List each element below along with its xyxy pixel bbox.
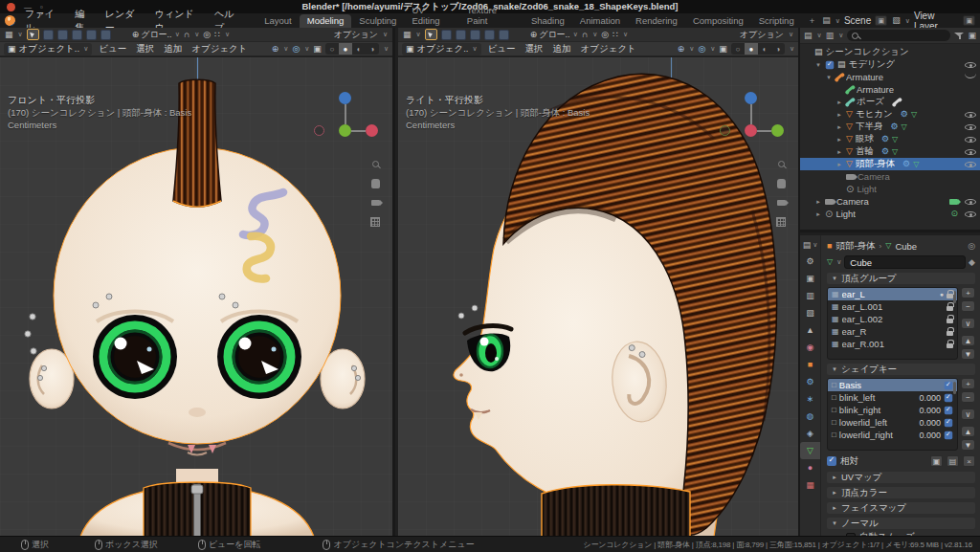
shape-key-pin-button[interactable]: ▤ [947, 455, 959, 467]
property-tab-output[interactable]: ▥ [800, 287, 820, 304]
select-mode-extend-button[interactable] [456, 30, 466, 40]
lock-icon[interactable] [947, 343, 953, 348]
workspace-tab[interactable]: Sculpting [351, 14, 404, 28]
navigation-gizmo[interactable] [312, 92, 383, 149]
orthographic-toggle-icon[interactable] [776, 217, 786, 227]
outliner-row[interactable]: ▸▽モヒカン⚙▽ [800, 108, 980, 121]
outliner-row[interactable]: Camera [800, 170, 980, 183]
proportional-edit-icon[interactable]: ◎ [601, 31, 609, 39]
outliner-search-input[interactable] [847, 30, 950, 41]
workspace-tab[interactable]: Compositing [685, 14, 751, 28]
uv-maps-panel-header[interactable]: ▸UVマップ [827, 472, 975, 483]
shape-key-mute-checkbox[interactable] [945, 431, 953, 439]
camera-view-icon[interactable] [371, 200, 380, 206]
vertex-groups-panel-header[interactable]: ▾頂点グループ [827, 273, 975, 284]
axis-y-neg-dot[interactable] [720, 125, 730, 136]
collection-checkbox[interactable] [826, 60, 835, 69]
scene-selector[interactable]: ▤∨ Scene ▣ [822, 15, 887, 26]
transform-orientation-dropdown[interactable]: ⊕ グロー..∨ [132, 29, 180, 41]
select-mode-subtract-button[interactable] [72, 30, 82, 40]
hide-eye-icon[interactable] [965, 60, 976, 69]
shape-key-row[interactable]: □blink_left0.000 [828, 391, 957, 404]
side-view-canvas[interactable]: ライト・平行投影 (170) シーンコレクション | 頭部-身体 : Basis… [398, 57, 798, 536]
workspace-tab[interactable]: Scripting [751, 14, 802, 28]
hide-eye-icon[interactable] [965, 73, 976, 81]
property-tab-world[interactable]: ◉ [800, 339, 820, 356]
gizmo-dropdown-icon[interactable]: ⊕ [678, 45, 685, 54]
vertex-group-row[interactable]: ▦ear_R [828, 325, 957, 338]
outliner-row[interactable]: ▤シーンコレクション [800, 46, 980, 58]
vertex-colors-panel-header[interactable]: ▸頂点カラー [827, 487, 975, 498]
workspace-tab[interactable]: Rendering [628, 14, 685, 28]
face-maps-panel-header[interactable]: ▸フェイスマップ [827, 502, 975, 514]
options-dropdown[interactable]: オプション [334, 29, 378, 41]
add-vertex-group-button[interactable]: + [961, 287, 975, 298]
property-tab-particles[interactable]: ∗ [800, 390, 820, 408]
expand-icon[interactable]: ▸ [835, 123, 843, 131]
vertex-group-row[interactable]: ▦ear_L● [828, 288, 957, 300]
blender-logo-icon[interactable] [5, 15, 15, 26]
clear-shape-keys-button[interactable]: × [963, 455, 975, 467]
expand-icon[interactable]: ▸ [835, 99, 843, 106]
axis-x-dot[interactable] [366, 124, 378, 137]
select-mode-subtract-button[interactable] [470, 30, 480, 40]
display-mode-icon[interactable]: ▥ [826, 32, 835, 40]
navigation-gizmo[interactable] [718, 92, 789, 149]
transform-orientation-dropdown[interactable]: ⊕ グロー..∨ [530, 29, 578, 41]
property-tab-physics[interactable]: ◍ [800, 408, 820, 425]
expand-icon[interactable]: ▸ [835, 148, 843, 156]
gizmo-dropdown-icon[interactable]: ⊕ [272, 45, 279, 54]
breadcrumb-data[interactable]: Cube [895, 241, 917, 252]
outliner-row[interactable]: ▾▤モデリング [800, 58, 980, 71]
proportional-edit-icon[interactable]: ◎ [203, 31, 211, 39]
shape-key-value[interactable]: 0.000 [912, 418, 941, 428]
viewport-menu-item[interactable]: ビュー [483, 43, 521, 55]
shading-solid-button[interactable]: ● [339, 43, 352, 55]
add-workspace-button[interactable]: + [802, 14, 823, 28]
snap-magnet-icon[interactable]: ∩ [184, 31, 189, 39]
viewport-menu-item[interactable]: 選択 [521, 43, 548, 55]
axis-x-neg-dot[interactable] [314, 125, 324, 136]
viewport-menu-item[interactable]: ビュー [94, 43, 131, 55]
viewport-menu-item[interactable]: 追加 [159, 43, 187, 55]
axis-z-dot[interactable] [745, 92, 757, 104]
property-tab-render[interactable]: ▣ [800, 270, 820, 287]
outliner-row[interactable]: ▸▽眼球⚙▽ [800, 133, 980, 145]
viewport-menu-item[interactable]: 追加 [548, 43, 576, 55]
property-tab-tool[interactable]: ⚙ [800, 253, 820, 270]
outliner-row[interactable]: ⊙Light [800, 183, 980, 195]
property-tab-modifiers[interactable]: ⚙ [800, 373, 820, 390]
property-tab-texture[interactable]: ▦ [800, 476, 820, 494]
select-mode-intersect-button[interactable] [499, 30, 509, 40]
workspace-tab[interactable]: Layout [256, 14, 300, 28]
shape-key-mute-checkbox[interactable] [945, 393, 953, 402]
shading-rendered-button[interactable]: ◑ [366, 43, 379, 55]
expand-icon[interactable]: ▾ [825, 74, 833, 81]
workspace-tab[interactable]: Shading [523, 14, 572, 28]
shape-key-row[interactable]: □blink_right0.000 [828, 404, 957, 416]
orthographic-toggle-icon[interactable] [370, 217, 380, 227]
remove-shape-key-button[interactable]: − [961, 391, 975, 403]
move-down-button[interactable]: ▼ [961, 348, 975, 360]
normals-panel-header[interactable]: ▾ノーマル [827, 518, 975, 529]
viewport-menu-item[interactable]: オブジェクト [576, 43, 641, 55]
shading-wireframe-button[interactable]: ○ [325, 43, 339, 55]
pin-icon[interactable]: ◎ [968, 242, 975, 251]
xray-toggle-icon[interactable]: ▣ [719, 45, 727, 54]
outliner-row[interactable]: ▸▽首輪⚙▽ [800, 145, 980, 158]
axis-z-dot[interactable] [339, 92, 351, 104]
hide-eye-icon[interactable] [965, 147, 976, 156]
snap-magnet-icon[interactable]: ∩ [582, 31, 588, 39]
axis-x-dot[interactable] [745, 124, 757, 137]
expand-icon[interactable]: ▸ [835, 136, 843, 144]
new-view-layer-button[interactable]: ▣ [963, 15, 975, 26]
hide-eye-icon[interactable] [965, 122, 976, 131]
datablock-name-field[interactable]: Cube [844, 255, 966, 269]
pan-hand-icon[interactable] [371, 179, 380, 188]
select-tool-button[interactable] [27, 29, 39, 40]
shading-wireframe-button[interactable]: ○ [731, 43, 745, 55]
overlays-icon[interactable]: ◎ [292, 45, 300, 54]
lock-icon[interactable] [947, 294, 953, 298]
shading-material-button[interactable]: ◐ [758, 43, 771, 55]
workspace-tab[interactable]: UV Editing [404, 4, 458, 28]
